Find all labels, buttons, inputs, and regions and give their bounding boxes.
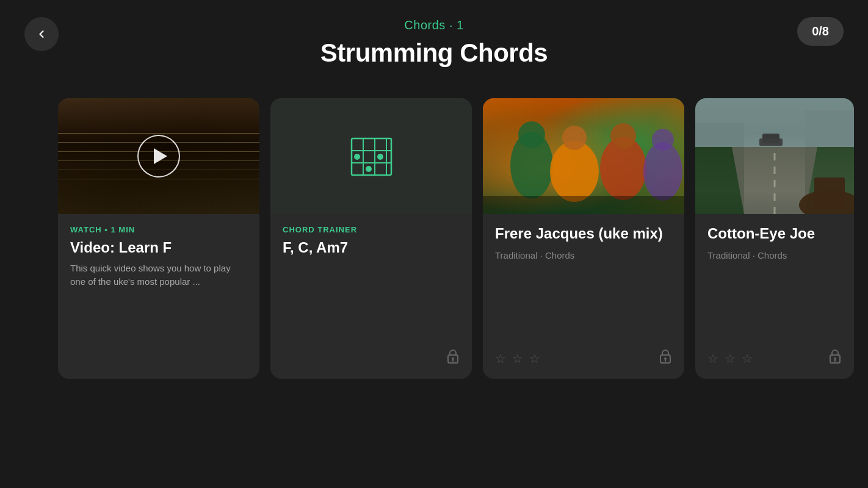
card-main-title: Frere Jacques (uke mix) <box>495 225 672 243</box>
chevron-left-icon <box>35 28 48 40</box>
subtitle: Chords · 1 <box>12 18 856 32</box>
card-video-content: WATCH • 1 MIN Video: Learn F This quick … <box>58 214 259 379</box>
card-video[interactable]: WATCH • 1 MIN Video: Learn F This quick … <box>58 98 259 379</box>
lock-icon <box>828 348 842 368</box>
svg-rect-30 <box>759 138 783 146</box>
star-3: ☆ <box>529 351 543 365</box>
svg-point-8 <box>377 154 383 160</box>
star-rating: ☆ ☆ ☆ <box>707 351 755 365</box>
svg-rect-20 <box>483 196 684 214</box>
header: Chords · 1 Strumming Chords 0/8 <box>0 0 868 80</box>
card-main-title: F, C, Am7 <box>283 239 460 257</box>
card-chord-trainer[interactable]: CHORD TRAINER F, C, Am7 <box>270 98 472 379</box>
star-1: ☆ <box>707 351 721 365</box>
card-subtitle: Traditional · Chords <box>707 250 842 260</box>
svg-rect-32 <box>814 178 845 208</box>
lock-icon <box>659 348 672 368</box>
card-footer: ☆ ☆ ☆ <box>495 343 672 368</box>
card-song-content: Cotton-Eye Joe Traditional · Chords ☆ ☆ … <box>695 214 854 379</box>
star-1: ☆ <box>495 351 508 365</box>
play-button[interactable] <box>137 135 180 178</box>
road-scene <box>695 98 854 214</box>
card-song-content: Frere Jacques (uke mix) Traditional · Ch… <box>483 214 684 379</box>
card-subtitle: Traditional · Chords <box>495 250 672 260</box>
svg-point-18 <box>643 142 682 201</box>
svg-point-13 <box>518 121 545 148</box>
card-main-title: Cotton-Eye Joe <box>707 225 842 243</box>
card-main-title: Video: Learn F <box>70 239 247 257</box>
star-rating: ☆ ☆ ☆ <box>495 351 543 365</box>
star-2: ☆ <box>512 351 526 365</box>
card-chord-content: CHORD TRAINER F, C, Am7 <box>270 214 472 379</box>
svg-point-6 <box>354 154 360 160</box>
svg-point-7 <box>366 166 372 172</box>
card-footer <box>283 343 460 368</box>
card-type-label: WATCH • 1 MIN <box>70 225 247 234</box>
card-footer: ☆ ☆ ☆ <box>707 343 842 368</box>
cards-container: WATCH • 1 MIN Video: Learn F This quick … <box>0 80 868 379</box>
card-type-label: CHORD TRAINER <box>283 225 460 234</box>
card-song-thumbnail <box>483 98 684 214</box>
card-description: This quick video shows you how to play o… <box>70 262 247 289</box>
lock-icon <box>446 348 460 368</box>
people-silhouette <box>483 98 684 214</box>
svg-point-19 <box>652 129 674 151</box>
progress-badge: 0/8 <box>797 17 844 46</box>
back-button[interactable] <box>24 17 59 51</box>
card-cotton-eye-joe[interactable]: Cotton-Eye Joe Traditional · Chords ☆ ☆ … <box>695 98 854 379</box>
card-frere-jacques[interactable]: Frere Jacques (uke mix) Traditional · Ch… <box>483 98 684 379</box>
svg-point-15 <box>562 126 587 150</box>
star-2: ☆ <box>725 351 738 365</box>
card-video-thumbnail <box>58 98 259 214</box>
chord-grid-icon <box>345 134 397 179</box>
star-3: ☆ <box>742 351 755 365</box>
card-chord-thumbnail <box>270 98 472 214</box>
play-triangle-icon <box>154 148 167 164</box>
page-title: Strumming Chords <box>12 38 856 68</box>
card-song-thumbnail <box>695 98 854 214</box>
svg-point-17 <box>610 123 636 149</box>
